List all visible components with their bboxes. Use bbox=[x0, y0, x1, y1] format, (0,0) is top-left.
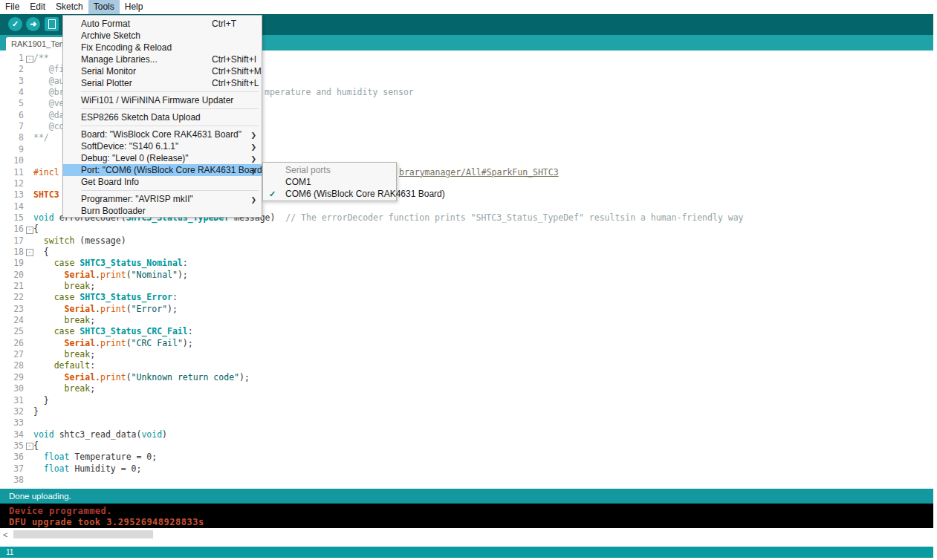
bottom-status-strip: 11 bbox=[0, 547, 933, 558]
line-number: 37 bbox=[0, 463, 24, 475]
menu-item-label: SoftDevice: "S140 6.1.1" bbox=[81, 141, 178, 152]
status-message: Done uploading. bbox=[9, 492, 71, 501]
code-token: } bbox=[33, 406, 39, 417]
code-line: 35-{ bbox=[0, 440, 933, 452]
port-option-com1[interactable]: COM1 bbox=[263, 176, 396, 188]
tools-menu-item-debug[interactable]: Debug: "Level 0 (Release)"❯ bbox=[63, 152, 262, 164]
line-number: 19 bbox=[0, 258, 24, 269]
code-token: @da bbox=[33, 110, 65, 120]
line-number: 6 bbox=[0, 110, 24, 121]
upload-button[interactable]: ➜ bbox=[26, 17, 40, 31]
menubar-item-edit[interactable]: Edit bbox=[25, 0, 51, 14]
code-token: shtc3_read_data( bbox=[59, 429, 142, 440]
code-token: ( bbox=[126, 338, 132, 348]
code-token: ); bbox=[183, 338, 193, 348]
fold-collapse-icon[interactable]: - bbox=[26, 227, 33, 234]
fold-collapse-icon[interactable]: - bbox=[26, 249, 33, 256]
tools-menu-item-wifi101-wifinina-firmware-updater[interactable]: WiFi101 / WiFiNINA Firmware Updater bbox=[63, 94, 262, 106]
line-number: 21 bbox=[0, 281, 24, 292]
tools-menu-item-burn-bootloader[interactable]: Burn Bootloader bbox=[63, 205, 262, 217]
code-token: case bbox=[33, 258, 80, 268]
code-token: break bbox=[33, 349, 90, 359]
tools-menu-item-fix-encoding-reload[interactable]: Fix Encoding & Reload bbox=[63, 42, 262, 53]
tools-menu: Auto FormatCtrl+TArchive SketchFix Encod… bbox=[62, 15, 262, 218]
tools-menu-item-board[interactable]: Board: "WisBlock Core RAK4631 Board"❯ bbox=[63, 128, 262, 140]
tools-menu-item-manage-libraries[interactable]: Manage Libraries...Ctrl+Shift+I bbox=[63, 53, 262, 65]
code-line: 32} bbox=[0, 406, 933, 417]
tools-menu-item-port[interactable]: Port: "COM6 (WisBlock Core RAK4631 Board… bbox=[63, 164, 262, 176]
scroll-left-arrow-icon[interactable]: < bbox=[3, 529, 7, 541]
line-number: 32 bbox=[0, 406, 24, 417]
menu-item-label: Board: "WisBlock Core RAK4631 Board" bbox=[81, 129, 241, 140]
code-line: 24 break; bbox=[0, 315, 933, 326]
code-token: "Unknown return code" bbox=[132, 372, 239, 382]
code-token: @co bbox=[33, 121, 65, 131]
line-number: 36 bbox=[0, 452, 24, 463]
code-token: ); bbox=[167, 304, 178, 314]
code-line: 31 } bbox=[0, 395, 933, 406]
tools-menu-item-get-board-info[interactable]: Get Board Info bbox=[63, 176, 262, 188]
code-token: } bbox=[33, 395, 49, 406]
code-line: 34void shtc3_read_data(void) bbox=[0, 429, 933, 440]
code-line: 30 break; bbox=[0, 383, 933, 394]
code-token: **/ bbox=[33, 132, 49, 143]
code-token: print bbox=[100, 338, 126, 348]
fold-collapse-icon[interactable]: - bbox=[26, 443, 33, 450]
code-token: #incl bbox=[33, 167, 59, 178]
new-sketch-button[interactable] bbox=[45, 17, 59, 31]
code-token: ; bbox=[90, 315, 95, 325]
verify-button[interactable]: ✓ bbox=[8, 17, 22, 31]
code-line: 38 bbox=[0, 475, 933, 486]
tools-menu-item-programmer[interactable]: Programmer: "AVRISP mkII"❯ bbox=[63, 193, 262, 205]
menu-item-label: ESP8266 Sketch Data Upload bbox=[81, 112, 201, 123]
code-token: brarymanager/All#SparkFun_SHTC3 bbox=[399, 167, 559, 178]
port-option-com6[interactable]: ✓COM6 (WisBlock Core RAK4631 Board) bbox=[263, 188, 396, 200]
code-token: : bbox=[188, 326, 193, 336]
code-token: default bbox=[33, 360, 90, 371]
code-token: { bbox=[33, 440, 39, 451]
code-token bbox=[33, 338, 65, 348]
code-line: 28 default: bbox=[0, 360, 933, 371]
code-token: @fi bbox=[33, 64, 65, 74]
menu-bar: FileEditSketchToolsHelp bbox=[0, 0, 937, 14]
code-line: 36 float Temperature = 0; bbox=[0, 452, 933, 463]
code-token: // The errorDecoder function prints "SHT… bbox=[285, 212, 743, 223]
arduino-ide-window: FileEditSketchToolsHelp ✓➜ RAK1901_Tem 1… bbox=[0, 0, 937, 560]
scrollbar-thumb[interactable] bbox=[13, 530, 153, 538]
tools-menu-item-softdevice[interactable]: SoftDevice: "S140 6.1.1"❯ bbox=[63, 140, 262, 152]
line-number: 7 bbox=[0, 121, 24, 132]
line-number: 8 bbox=[0, 132, 24, 143]
code-line: 37 float Humidity = 0; bbox=[0, 463, 933, 475]
code-line: 21 break; bbox=[0, 281, 933, 292]
code-line: 23 Serial.print("Error"); bbox=[0, 304, 933, 315]
code-token: ; bbox=[90, 281, 95, 291]
tools-menu-item-auto-format[interactable]: Auto FormatCtrl+T bbox=[63, 18, 262, 30]
fold-collapse-icon[interactable]: - bbox=[26, 56, 33, 63]
menubar-item-tools[interactable]: Tools bbox=[88, 0, 120, 14]
horizontal-scrollbar[interactable]: < bbox=[0, 528, 933, 542]
tools-menu-item-serial-monitor[interactable]: Serial MonitorCtrl+Shift+M bbox=[63, 65, 262, 77]
code-token: { bbox=[33, 247, 49, 257]
tools-menu-item-serial-plotter[interactable]: Serial PlotterCtrl+Shift+L bbox=[63, 77, 262, 89]
tools-menu-item-esp8266-sketch-data-upload[interactable]: ESP8266 Sketch Data Upload bbox=[63, 111, 262, 123]
code-token: switch bbox=[33, 235, 74, 246]
menu-item-label: Auto Format bbox=[81, 19, 130, 29]
menu-item-label: WiFi101 / WiFiNINA Firmware Updater bbox=[81, 95, 233, 105]
code-token: ( bbox=[126, 304, 132, 314]
code-token: : bbox=[90, 360, 95, 371]
code-line: 17 switch (message) bbox=[0, 235, 933, 247]
sketch-tab[interactable]: RAK1901_Tem bbox=[6, 37, 68, 51]
code-token: . bbox=[95, 304, 100, 314]
tools-menu-item-archive-sketch[interactable]: Archive Sketch bbox=[63, 30, 262, 42]
code-token: . bbox=[95, 270, 100, 280]
console-line: DFU upgrade took 3.29526948928833s bbox=[9, 517, 204, 527]
port-submenu: Serial ports COM1✓COM6 (WisBlock Core RA… bbox=[262, 162, 397, 201]
line-number: 14 bbox=[0, 201, 24, 212]
line-number: 25 bbox=[0, 326, 24, 337]
menubar-item-help[interactable]: Help bbox=[120, 0, 149, 14]
current-line-indicator: 11 bbox=[6, 548, 13, 556]
code-token: Serial bbox=[65, 338, 96, 348]
menubar-item-file[interactable]: File bbox=[0, 0, 25, 14]
menubar-item-sketch[interactable]: Sketch bbox=[51, 0, 88, 14]
submenu-arrow-icon: ❯ bbox=[250, 153, 256, 165]
